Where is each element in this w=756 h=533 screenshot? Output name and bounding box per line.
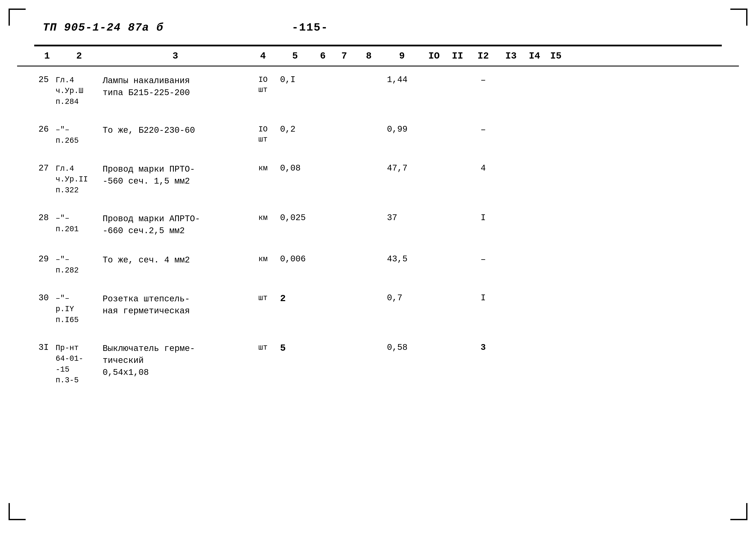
col-header-11: II	[447, 51, 468, 61]
col-header-5: 5	[278, 51, 312, 61]
row-col9: 0,99	[383, 124, 421, 134]
row-unit: км	[248, 164, 278, 173]
table-row: 29 –"– п.282 То же, сеч. 4 мм2 км 0,006 …	[39, 246, 717, 285]
table-row: 3I Пр-нт 64-01- -15 п.3-5 Выключатель ге…	[39, 334, 717, 395]
row-col9: 37	[383, 213, 421, 223]
row-ref: Гл.4 ч.Ур.II п.322	[56, 164, 103, 196]
row-ref: Гл.4 ч.Ур.Ш п.284	[56, 75, 103, 107]
row-col9: 1,44	[383, 75, 421, 85]
header: ТП 905-1-24 87а б -115-	[17, 17, 739, 38]
row-ref: –"– р.IY п.I65	[56, 293, 103, 326]
row-col5: 0,2	[278, 124, 312, 134]
col-header-4: 4	[248, 51, 278, 61]
row-unit: км	[248, 254, 278, 264]
col-header-10: IO	[421, 51, 447, 61]
col-header-1: 1	[39, 51, 56, 61]
row-col12: –	[468, 124, 498, 135]
corner-bracket-bl	[9, 503, 26, 520]
row-col12: –	[468, 75, 498, 85]
table-row: 28 –"– п.201 Провод марки АПРТО- -660 се…	[39, 204, 717, 246]
row-col5: 0,006	[278, 254, 312, 264]
row-col9: 0,58	[383, 343, 421, 352]
row-desc: То же, Б220-230-60	[103, 124, 248, 137]
table-row: 30 –"– р.IY п.I65 Розетка штепсель- ная …	[39, 285, 717, 334]
row-num: 28	[39, 213, 56, 223]
col-header-12: I2	[468, 51, 498, 61]
column-headers: 1 2 3 4 5 6 7 8 9 IO II I2 I3 I4 I5	[17, 46, 739, 67]
col-header-6: 6	[312, 51, 334, 61]
row-num: 3I	[39, 343, 56, 352]
row-desc: Провод марки ПРТО- -560 сеч. 1,5 мм2	[103, 164, 248, 187]
row-col12: I	[468, 213, 498, 223]
row-col5: 5	[278, 343, 312, 354]
row-col9: 47,7	[383, 164, 421, 173]
row-desc: То же, сеч. 4 мм2	[103, 254, 248, 266]
col-header-9: 9	[383, 51, 421, 61]
row-num: 29	[39, 254, 56, 264]
row-ref: –"– п.201	[56, 213, 103, 235]
row-col5: 0,025	[278, 213, 312, 223]
row-unit: шт	[248, 343, 278, 353]
row-col12: I	[468, 293, 498, 303]
col-header-7: 7	[334, 51, 355, 61]
document-title: ТП 905-1-24 87а б	[43, 21, 164, 34]
row-desc: Розетка штепсель- ная герметическая	[103, 293, 248, 317]
row-ref: –"– п.282	[56, 254, 103, 276]
col-header-15: I5	[545, 51, 567, 61]
row-col5: 0,I	[278, 75, 312, 85]
page: ТП 905-1-24 87а б -115- 1 2 3 4 5 6 7 8 …	[0, 0, 756, 533]
row-desc: Лампы накаливания типа Б215-225-200	[103, 75, 248, 99]
corner-bracket-br	[730, 503, 747, 520]
row-desc: Выключатель герме- тический 0,54х1,08	[103, 343, 248, 379]
row-unit: км	[248, 213, 278, 223]
row-num: 30	[39, 293, 56, 303]
row-col12: 3	[468, 343, 498, 352]
page-number: -115-	[292, 21, 328, 34]
col-header-13: I3	[498, 51, 524, 61]
row-num: 25	[39, 75, 56, 85]
col-header-14: I4	[524, 51, 545, 61]
row-num: 26	[39, 124, 56, 134]
row-desc: Провод марки АПРТО- -660 сеч.2,5 мм2	[103, 213, 248, 237]
row-ref: Пр-нт 64-01- -15 п.3-5	[56, 343, 103, 386]
row-col5: 2	[278, 293, 312, 304]
col-header-3: 3	[103, 51, 248, 61]
row-col9: 0,7	[383, 293, 421, 303]
header-divider	[34, 45, 722, 46]
row-unit: IO шт	[248, 124, 278, 145]
row-unit: шт	[248, 293, 278, 303]
row-unit: IO шт	[248, 75, 278, 95]
table-body: 25 Гл.4 ч.Ур.Ш п.284 Лампы накаливания т…	[17, 67, 739, 395]
col-header-8: 8	[355, 51, 383, 61]
row-col12: 4	[468, 164, 498, 173]
col-header-2: 2	[56, 51, 103, 61]
table-row: 26 –"– п.265 То же, Б220-230-60 IO шт 0,…	[39, 116, 717, 155]
row-col9: 43,5	[383, 254, 421, 264]
row-col5: 0,08	[278, 164, 312, 173]
corner-bracket-tl	[9, 9, 26, 26]
table-row: 27 Гл.4 ч.Ур.II п.322 Провод марки ПРТО-…	[39, 155, 717, 204]
table-row: 25 Гл.4 ч.Ур.Ш п.284 Лампы накаливания т…	[39, 67, 717, 116]
corner-bracket-tr	[730, 9, 747, 26]
row-ref: –"– п.265	[56, 124, 103, 146]
row-col12: –	[468, 254, 498, 265]
row-num: 27	[39, 164, 56, 173]
